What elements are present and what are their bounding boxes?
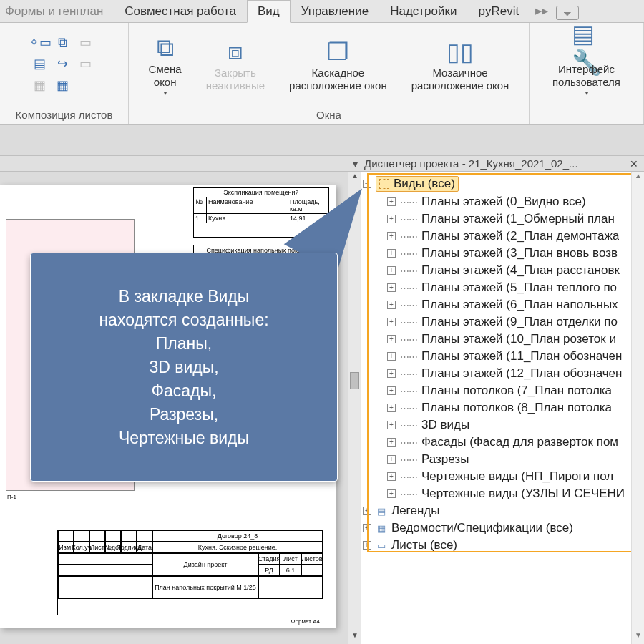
project-tree[interactable]: Виды (все) ⋯⋯Планы этажей (0_Видно все)⋯… [363, 175, 644, 554]
tree-item[interactable]: ⋯⋯Планы этажей (11_План обозначен [387, 348, 644, 365]
tree-item[interactable]: ⋯⋯Планы этажей (4_План расстановк [387, 262, 644, 279]
tree-dots: ⋯⋯ [400, 334, 417, 345]
tree-item[interactable]: ⋯⋯Фасады (Фасад для разверток пом [387, 434, 644, 451]
sheet-guide-icon[interactable]: ▦ [54, 77, 72, 93]
tree-item[interactable]: ⋯⋯Планы этажей (0_Видно все) [387, 193, 644, 210]
tree-toggle-icon[interactable] [387, 197, 396, 206]
tree-toggle-icon[interactable] [387, 232, 396, 240]
tree-item[interactable]: ⋯⋯Планы этажей (10_План розеток и [387, 331, 644, 348]
ribbon-group-windows: ⧉ Смена окон ▾ ⧈ Закрыть неактивные ❐ Ка… [129, 23, 530, 124]
tree-item[interactable]: ⋯⋯Планы потолков (8_План потолка [387, 399, 644, 416]
tree-item[interactable]: ⋯⋯Разрезы [387, 451, 644, 468]
cascade-windows-button[interactable]: ❐ Каскадное расположение окон [289, 38, 387, 92]
tree-toggle-icon[interactable] [363, 541, 371, 550]
tree-toggle-icon[interactable] [387, 489, 396, 498]
tabs-collapse-icon[interactable]: ⏷ [556, 6, 579, 20]
tree-toggle-icon[interactable] [387, 352, 396, 361]
view-options-bar[interactable]: ▾ [0, 156, 361, 172]
tree-item[interactable]: ⋯⋯Планы этажей (3_План вновь возв [387, 245, 644, 262]
tree-sheets[interactable]: ▭ Листы (все) [363, 537, 644, 554]
ribbon-panel: ✧▭ ⧉ ▭ ▤ ↪ ▭ ▦ ▦ Композиция листов ⧉ Сме… [0, 23, 644, 125]
tab-manage[interactable]: Управление [291, 0, 380, 22]
tree-legends[interactable]: ▤ Легенды [363, 502, 644, 519]
tile-windows-button[interactable]: ▯▯ Мозаичное расположение окон [411, 38, 509, 92]
tree-toggle-icon[interactable] [387, 301, 396, 309]
tree-toggle-icon[interactable] [387, 266, 396, 275]
tree-toggle-icon[interactable] [363, 524, 371, 532]
close-inactive-button: ⧈ Закрыть неактивные [206, 38, 265, 92]
scroll-thumb[interactable] [350, 372, 359, 389]
scroll-down-icon[interactable]: ▼ [632, 631, 644, 644]
sheet-3-icon[interactable]: ▭ [77, 34, 94, 50]
schedule-icon: ▦ [376, 523, 387, 533]
tree-schedules[interactable]: ▦ Ведомости/Спецификации (все) [363, 519, 644, 537]
scroll-down-icon[interactable]: ▼ [348, 631, 361, 644]
tree-root-views[interactable]: Виды (все) [363, 175, 644, 193]
tree-toggle-icon[interactable] [387, 472, 396, 481]
tree-item[interactable]: ⋯⋯Планы потолков (7_План потолка [387, 382, 644, 399]
chevron-down-icon: ▾ [164, 90, 167, 97]
tree-dots: ⋯⋯ [400, 351, 417, 362]
tree-item[interactable]: ⋯⋯3D виды [387, 416, 644, 434]
tree-toggle-icon[interactable] [387, 335, 396, 343]
tree-dots: ⋯⋯ [400, 231, 417, 242]
tree-item[interactable]: ⋯⋯Планы этажей (5_План теплого по [387, 279, 644, 296]
tree-toggle-icon[interactable] [387, 421, 396, 429]
sheet-titleblock-icon[interactable]: ▤ [31, 56, 49, 72]
tree-toggle-icon[interactable] [387, 369, 396, 378]
tree-toggle-icon[interactable] [387, 249, 396, 258]
tabs-overflow-icon[interactable]: ▸▸ [530, 0, 554, 22]
tree-item[interactable]: ⋯⋯Планы этажей (2_План демонтажа [387, 228, 644, 245]
tree-toggle-icon[interactable] [387, 386, 396, 395]
tree-dots: ⋯⋯ [400, 248, 417, 259]
tree-toggle-icon[interactable] [387, 215, 396, 223]
switch-windows-button[interactable]: ⧉ Смена окон ▾ [149, 34, 182, 97]
tree-dots: ⋯⋯ [400, 386, 417, 396]
tree-toggle-icon[interactable] [387, 283, 396, 292]
tree-container: Виды (все) ⋯⋯Планы этажей (0_Видно все)⋯… [361, 172, 644, 644]
tree-dots: ⋯⋯ [400, 317, 417, 328]
tab-pyrevit[interactable]: pyRevit [467, 0, 530, 22]
tab-forms-genplan[interactable]: Формы и генплан [0, 0, 114, 22]
tree-dots: ⋯⋯ [400, 437, 417, 448]
sheet-revision-icon[interactable]: ↪ [54, 56, 72, 72]
tree-dots: ⋯⋯ [400, 420, 417, 431]
tab-view[interactable]: Вид [247, 0, 291, 23]
tree-toggle-icon[interactable] [387, 455, 396, 464]
tree-toggle-icon[interactable] [363, 507, 371, 515]
tree-toggle-icon[interactable] [387, 404, 396, 412]
user-interface-button[interactable]: ▤🔧 Интерфейс пользователя ▾ [552, 34, 620, 97]
tree-dots: ⋯⋯ [400, 489, 417, 499]
tree-dots: ⋯⋯ [400, 369, 417, 379]
tree-toggle-icon[interactable] [387, 438, 396, 447]
tree-dots: ⋯⋯ [400, 197, 417, 208]
switch-windows-icon: ⧉ [150, 34, 180, 62]
panel-vertical-scrollbar[interactable]: ▲ ▼ [631, 172, 644, 644]
sheet-icon: ▭ [376, 540, 387, 550]
sheet-dup-icon[interactable]: ⧉ [54, 34, 72, 50]
tab-addins[interactable]: Надстройки [379, 0, 467, 22]
project-browser-panel: Диспетчер проекта - 21_Кухня_2021_02_...… [361, 156, 644, 644]
tree-item[interactable]: ⋯⋯Планы этажей (12_План обозначен [387, 365, 644, 382]
views-icon [379, 179, 389, 189]
sheet-new-icon[interactable]: ✧▭ [31, 34, 49, 50]
tree-item[interactable]: ⋯⋯Планы этажей (9_План отделки по [387, 313, 644, 331]
tree-toggle-icon[interactable] [363, 180, 371, 188]
panel-title-bar[interactable]: Диспетчер проекта - 21_Кухня_2021_02_...… [361, 156, 644, 172]
canvas-area: ▾ П-1 Экспликация помещений № Наименован… [0, 156, 361, 644]
tab-collaborate[interactable]: Совместная работа [114, 0, 247, 22]
sheet-comp-buttons: ✧▭ ⧉ ▭ ▤ ↪ ▭ ▦ ▦ [31, 34, 97, 96]
tree-item[interactable]: ⋯⋯Планы этажей (1_Обмерный план [387, 210, 644, 228]
tree-dots: ⋯⋯ [400, 454, 417, 465]
sheet-grid-icon[interactable]: ▦ [31, 77, 49, 93]
sheet-6-icon[interactable]: ▭ [77, 56, 94, 72]
scroll-up-icon[interactable]: ▲ [632, 172, 644, 185]
panel-close-icon[interactable]: ✕ [627, 158, 641, 170]
tree-item[interactable]: ⋯⋯Чертежные виды (УЗЛЫ И СЕЧЕНИ [387, 485, 644, 502]
chevron-down-icon: ▾ [585, 90, 588, 97]
tree-toggle-icon[interactable] [387, 318, 396, 326]
tree-dots: ⋯⋯ [400, 214, 417, 225]
tree-item[interactable]: ⋯⋯Планы этажей (6_План напольных [387, 296, 644, 313]
panel-title-text: Диспетчер проекта - 21_Кухня_2021_02_... [364, 157, 578, 170]
tree-item[interactable]: ⋯⋯Чертежные виды (НП_Пироги пол [387, 468, 644, 485]
